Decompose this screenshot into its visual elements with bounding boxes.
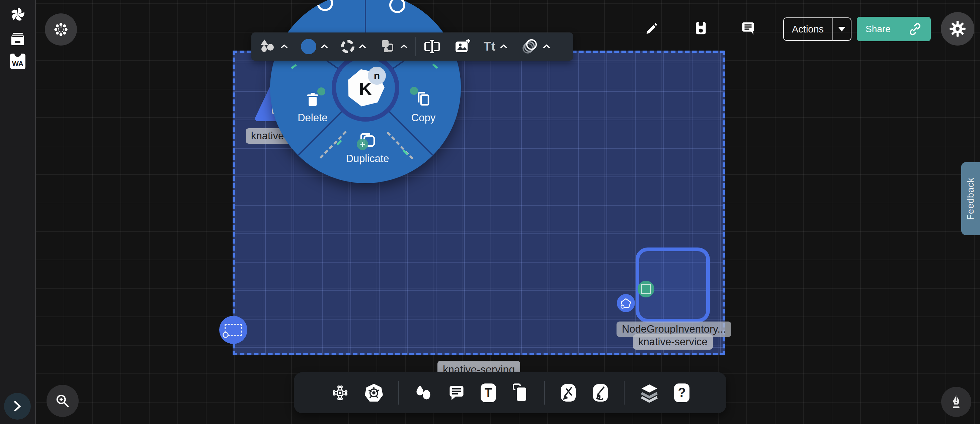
add-image-button[interactable]: [453, 32, 471, 61]
pentagon-icon: [619, 296, 633, 310]
shapes-icon: [259, 38, 276, 55]
save-button[interactable]: [694, 21, 708, 35]
comments-button[interactable]: [740, 21, 756, 36]
actions-button[interactable]: Actions: [783, 18, 851, 41]
zoom-button[interactable]: [46, 385, 79, 417]
flower-icon: [53, 22, 68, 37]
gear-icon: [949, 20, 966, 38]
share-label: Share: [865, 24, 891, 35]
expand-sidebar-button[interactable]: [4, 393, 31, 420]
help-tool[interactable]: ?: [674, 384, 689, 402]
card-tool[interactable]: [511, 383, 530, 403]
square-icon: [641, 284, 651, 294]
toolbar-divider: [624, 381, 625, 405]
opacity-icon: [520, 38, 539, 55]
text-size-button[interactable]: Tt: [484, 32, 496, 61]
config-badge[interactable]: [638, 281, 654, 297]
chevron-up-icon: [320, 44, 328, 49]
chevron-up-icon: [542, 44, 550, 49]
style-copy-icon: [379, 38, 396, 55]
inbox-nav-item[interactable]: [10, 31, 26, 46]
toolbar-divider: [544, 381, 545, 405]
share-button[interactable]: Share: [857, 17, 931, 41]
menu-option-duplicate-label[interactable]: Duplicate: [346, 153, 389, 165]
n-badge: n: [368, 67, 386, 85]
chevron-right-icon: [13, 400, 22, 412]
selection-edge-badge[interactable]: [219, 316, 247, 344]
card-icon: [511, 383, 530, 403]
feedback-label: Feedback: [966, 177, 976, 220]
chevron-up-icon: [358, 44, 366, 49]
comment-icon: [740, 21, 756, 36]
rename-button[interactable]: [423, 32, 441, 61]
group-label-bottom: knative-service: [633, 334, 713, 350]
menu-option-copy-label[interactable]: Copy: [411, 112, 436, 124]
fill-color-expand[interactable]: [320, 32, 328, 61]
style-copy-button[interactable]: [379, 32, 396, 61]
button-divider: [832, 18, 833, 40]
toolbar-divider: [415, 37, 416, 56]
status-dot: [317, 88, 325, 96]
draw-tool[interactable]: [560, 383, 577, 403]
wa-label: WA: [12, 60, 24, 68]
opacity-expand[interactable]: [542, 32, 550, 61]
chevron-up-icon: [400, 44, 408, 49]
actions-label: Actions: [784, 24, 832, 35]
save-icon: [694, 21, 708, 35]
pen-mode-button[interactable]: [941, 387, 971, 417]
layers-icon: [639, 383, 659, 403]
settings-button[interactable]: [941, 12, 974, 46]
quick-menu-button[interactable]: [45, 13, 77, 46]
menu-option-copy[interactable]: [415, 91, 431, 107]
add-image-icon: [453, 38, 471, 55]
connection-dash-teal: [432, 64, 438, 69]
menu-option-delete-label[interactable]: Delete: [298, 112, 328, 124]
shape-style-expand[interactable]: [280, 32, 288, 61]
kubernetes-tool[interactable]: [364, 383, 383, 403]
kubernetes-icon: [364, 383, 383, 403]
status-dot: [410, 87, 418, 95]
stroke-style-expand[interactable]: [358, 32, 366, 61]
left-sidebar: WA: [0, 0, 36, 424]
shape-style-button[interactable]: [259, 32, 276, 61]
annotate-pencil-icon: [592, 383, 609, 403]
zoom-in-icon: [54, 392, 71, 410]
inbox-icon: [10, 31, 26, 46]
connection-dash-teal: [291, 64, 297, 69]
link-icon: [908, 22, 922, 36]
app-logo[interactable]: [10, 6, 26, 23]
fill-color-swatch: [301, 39, 316, 54]
shapes-icon: [414, 384, 433, 402]
stroke-style-button[interactable]: [341, 32, 355, 61]
pencil-icon: [644, 21, 659, 36]
pinwheel-logo-icon: [10, 6, 26, 23]
rename-field-icon: [423, 40, 441, 53]
chevron-up-icon: [280, 44, 288, 49]
opacity-button[interactable]: [520, 32, 539, 61]
text-size-expand[interactable]: [500, 32, 508, 61]
cut-menu-option-icon[interactable]: [389, 0, 405, 13]
text-tool[interactable]: T: [480, 384, 496, 402]
style-copy-expand[interactable]: [400, 32, 408, 61]
comment-tool[interactable]: [447, 384, 466, 402]
toolbar-divider: [398, 381, 399, 405]
architecture-icon: [331, 384, 349, 402]
comment-icon: [447, 384, 466, 402]
layers-tool[interactable]: [639, 383, 659, 403]
radial-context-menu: Delete Copy + Duplicate K n: [270, 0, 461, 183]
shapes-tool[interactable]: [414, 384, 433, 402]
pentagon-badge[interactable]: [617, 294, 635, 312]
architecture-tool[interactable]: [331, 384, 349, 402]
tools-toolbar: T: [294, 372, 726, 413]
style-toolbar: Tt: [251, 32, 573, 61]
fill-color-button[interactable]: [301, 32, 316, 61]
menu-option-delete[interactable]: [305, 91, 321, 107]
edit-button[interactable]: [644, 21, 659, 36]
menu-option-duplicate[interactable]: +: [358, 131, 377, 150]
marquee-icon: [224, 324, 242, 336]
webassembly-nav-item[interactable]: WA: [10, 54, 25, 69]
chevron-up-icon: [500, 44, 508, 49]
annotate-tool[interactable]: [592, 383, 609, 403]
feedback-tab[interactable]: Feedback: [961, 162, 980, 235]
pen-nib-icon: [948, 394, 964, 410]
